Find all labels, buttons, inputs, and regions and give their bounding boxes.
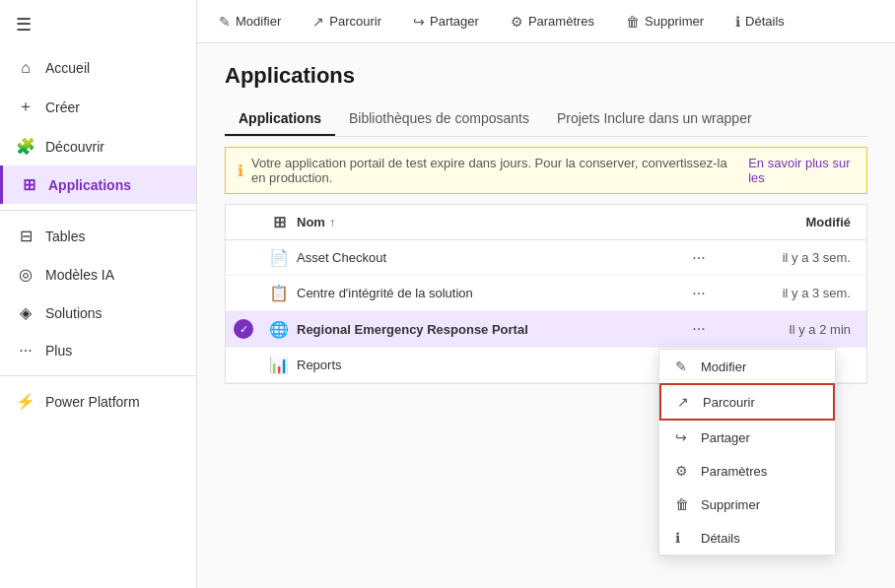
sidebar-item-applications[interactable]: ⊞ Applications	[0, 165, 196, 204]
toolbar-modifier[interactable]: ✎ Modifier	[213, 10, 287, 33]
sidebar-item-label: Tables	[45, 229, 85, 244]
context-menu-item-parametres[interactable]: ⚙ Paramètres	[659, 454, 835, 488]
sidebar-item-label: Accueil	[45, 60, 90, 76]
row-app-name: Asset Checkout	[297, 250, 669, 265]
settings-icon: ⚙	[675, 463, 691, 479]
sidebar-item-label: Solutions	[45, 305, 103, 321]
toolbar-label: Détails	[745, 14, 785, 29]
toolbar-partager[interactable]: ↪ Partager	[407, 10, 485, 33]
sidebar-item-tables[interactable]: ⊟ Tables	[0, 217, 196, 255]
cm-label: Partager	[701, 430, 750, 445]
toolbar-parametres[interactable]: ⚙ Paramètres	[505, 10, 600, 33]
cm-label: Détails	[701, 531, 740, 546]
col-name-label: Nom	[297, 215, 325, 229]
delete-icon: 🗑	[626, 14, 640, 30]
info-icon: ℹ	[735, 14, 740, 30]
toolbar: ✎ Modifier ↗ Parcourir ↪ Partager ⚙ Para…	[197, 0, 895, 43]
row-ellipsis-btn[interactable]: ···	[669, 249, 728, 267]
row-app-icon: 📊	[261, 356, 297, 374]
edit-icon: ✎	[675, 359, 691, 374]
row-app-icon: 🌐	[261, 320, 297, 339]
solutions-icon: ◈	[16, 303, 35, 322]
toolbar-parcourir[interactable]: ↗ Parcourir	[307, 10, 387, 33]
warning-text: Votre application portail de test expire…	[251, 156, 740, 185]
tab-bibliotheques[interactable]: Bibliothèques de composants	[335, 102, 543, 136]
menu-icon[interactable]: ☰	[0, 0, 196, 49]
row-app-name: Reports	[297, 358, 669, 372]
row-ellipsis-btn[interactable]: ···	[669, 285, 728, 302]
main-content: ✎ Modifier ↗ Parcourir ↪ Partager ⚙ Para…	[197, 0, 895, 588]
plus-icon: ＋	[16, 97, 35, 117]
row-app-icon: 📋	[261, 284, 297, 302]
table-row[interactable]: 📋 Centre d'intégrité de la solution ··· …	[226, 276, 866, 311]
warning-banner: ℹ Votre application portail de test expi…	[225, 147, 867, 194]
context-menu-item-parcourir[interactable]: ↗ Parcourir	[659, 383, 835, 421]
warning-learn-link[interactable]: En savoir plus sur les	[748, 156, 855, 185]
col-name[interactable]: Nom ↑	[297, 215, 669, 229]
tables-icon: ⊟	[16, 227, 35, 245]
toolbar-details[interactable]: ℹ Détails	[729, 10, 791, 33]
row-modified: il y a 3 sem.	[728, 250, 866, 265]
table-row[interactable]: ✓ 🌐 Regional Emergency Response Portal ·…	[226, 311, 866, 348]
table-row[interactable]: 📄 Asset Checkout ··· il y a 3 sem.	[226, 240, 866, 276]
browse-icon: ↗	[312, 14, 324, 30]
sidebar-item-power-platform[interactable]: ⚡ Power Platform	[0, 382, 196, 421]
toolbar-label: Modifier	[236, 14, 281, 29]
ellipsis-icon: ···	[16, 342, 35, 359]
edit-icon: ✎	[219, 14, 231, 30]
context-menu-item-modifier[interactable]: ✎ Modifier	[659, 350, 835, 383]
check-circle: ✓	[234, 319, 253, 339]
sort-asc-icon: ↑	[329, 216, 335, 229]
sidebar-item-modeles-ia[interactable]: ◎ Modèles IA	[0, 255, 196, 294]
settings-icon: ⚙	[511, 14, 523, 30]
info-icon: ℹ	[675, 530, 691, 546]
toolbar-label: Paramètres	[528, 14, 594, 29]
sidebar-divider	[0, 210, 196, 211]
sidebar-divider-2	[0, 375, 196, 376]
tab-projets[interactable]: Projets Inclure dans un wrapper	[543, 102, 766, 136]
page-title: Applications	[225, 63, 867, 89]
share-icon: ↪	[413, 14, 425, 30]
sidebar-item-decouvrir[interactable]: 🧩 Découvrir	[0, 127, 196, 165]
toolbar-label: Partager	[430, 14, 479, 29]
col-icon: ⊞	[261, 213, 297, 231]
warning-icon: ℹ	[238, 162, 243, 180]
toolbar-label: Supprimer	[645, 14, 704, 29]
row-app-icon: 📄	[261, 248, 297, 267]
context-menu: ✎ Modifier ↗ Parcourir ↪ Partager ⚙ Para…	[658, 349, 836, 555]
sidebar-item-label: Power Platform	[45, 394, 140, 410]
tab-bar: Applications Bibliothèques de composants…	[225, 102, 867, 137]
sidebar-item-label: Créer	[45, 99, 80, 115]
sidebar-item-accueil[interactable]: ⌂ Accueil	[0, 49, 196, 87]
cm-label: Modifier	[701, 359, 746, 374]
apps-icon: ⊞	[19, 175, 38, 194]
share-icon: ↪	[675, 429, 691, 445]
col-modified-header: Modifié	[728, 215, 866, 229]
power-platform-icon: ⚡	[16, 392, 35, 411]
sidebar-item-label: Plus	[45, 343, 72, 359]
context-menu-item-details[interactable]: ℹ Détails	[659, 521, 835, 555]
row-selected-check: ✓	[226, 319, 261, 339]
row-modified: Il y a 2 min	[728, 322, 866, 337]
ai-icon: ◎	[16, 265, 35, 284]
cm-label: Supprimer	[701, 497, 760, 512]
toolbar-supprimer[interactable]: 🗑 Supprimer	[620, 10, 710, 33]
row-ellipsis-btn[interactable]: ···	[669, 320, 728, 338]
tab-applications[interactable]: Applications	[225, 102, 335, 136]
sidebar-item-label: Modèles IA	[45, 267, 114, 283]
sidebar-item-label: Applications	[48, 177, 131, 193]
cm-label: Parcourir	[703, 395, 755, 410]
sidebar-item-creer[interactable]: ＋ Créer	[0, 87, 196, 127]
browse-icon: ↗	[677, 394, 693, 410]
row-app-name: Centre d'intégrité de la solution	[297, 286, 669, 300]
context-menu-item-partager[interactable]: ↪ Partager	[659, 421, 835, 454]
cm-label: Paramètres	[701, 464, 767, 479]
context-menu-item-supprimer[interactable]: 🗑 Supprimer	[659, 488, 835, 521]
page-content: Applications Applications Bibliothèques …	[197, 43, 895, 588]
sidebar-item-solutions[interactable]: ◈ Solutions	[0, 294, 196, 332]
table-header: ⊞ Nom ↑ Modifié	[226, 205, 866, 240]
discover-icon: 🧩	[16, 137, 35, 156]
sidebar-item-plus[interactable]: ··· Plus	[0, 332, 196, 369]
sidebar: ☰ ⌂ Accueil ＋ Créer 🧩 Découvrir ⊞ Applic…	[0, 0, 197, 588]
toolbar-label: Parcourir	[329, 14, 381, 29]
